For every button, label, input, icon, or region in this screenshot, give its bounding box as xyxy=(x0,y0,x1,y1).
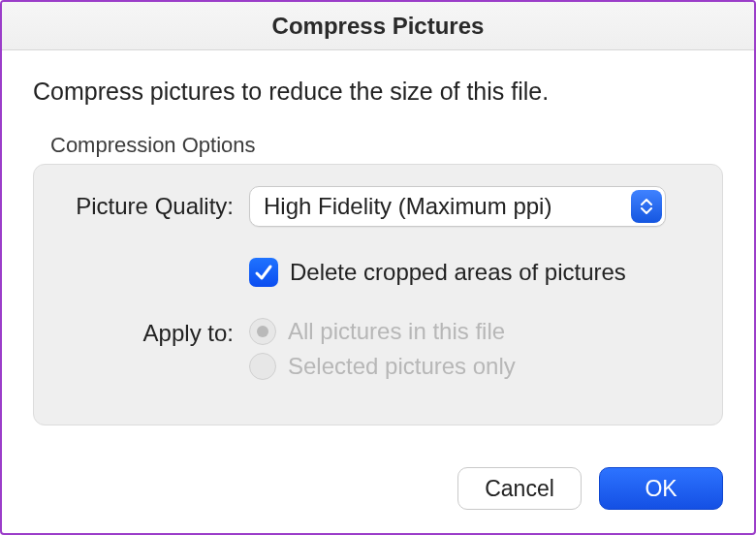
delete-cropped-label: Delete cropped areas of pictures xyxy=(290,259,626,286)
compression-options-panel: Picture Quality: High Fidelity (Maximum … xyxy=(33,164,723,425)
intro-text: Compress pictures to reduce the size of … xyxy=(33,78,723,106)
apply-to-label: Apply to: xyxy=(57,318,249,347)
picture-quality-label: Picture Quality: xyxy=(57,193,249,220)
ok-button[interactable]: OK xyxy=(599,467,723,510)
apply-selected-label: Selected pictures only xyxy=(288,353,516,380)
dialog-footer: Cancel OK xyxy=(33,438,723,510)
dialog-titlebar: Compress Pictures xyxy=(2,2,754,50)
dialog-content: Compress pictures to reduce the size of … xyxy=(2,50,754,533)
cancel-button[interactable]: Cancel xyxy=(457,467,582,510)
group-label: Compression Options xyxy=(50,133,723,158)
check-icon xyxy=(254,263,273,282)
picture-quality-select[interactable]: High Fidelity (Maximum ppi) xyxy=(249,186,666,227)
dialog-title: Compress Pictures xyxy=(272,13,485,40)
picture-quality-value: High Fidelity (Maximum ppi) xyxy=(264,193,551,220)
apply-all-label: All pictures in this file xyxy=(288,318,505,345)
delete-cropped-checkbox[interactable] xyxy=(249,258,278,287)
apply-selected-radio xyxy=(249,353,276,380)
apply-all-radio xyxy=(249,318,276,345)
compress-pictures-dialog: Compress Pictures Compress pictures to r… xyxy=(0,0,756,535)
updown-icon xyxy=(631,190,662,223)
